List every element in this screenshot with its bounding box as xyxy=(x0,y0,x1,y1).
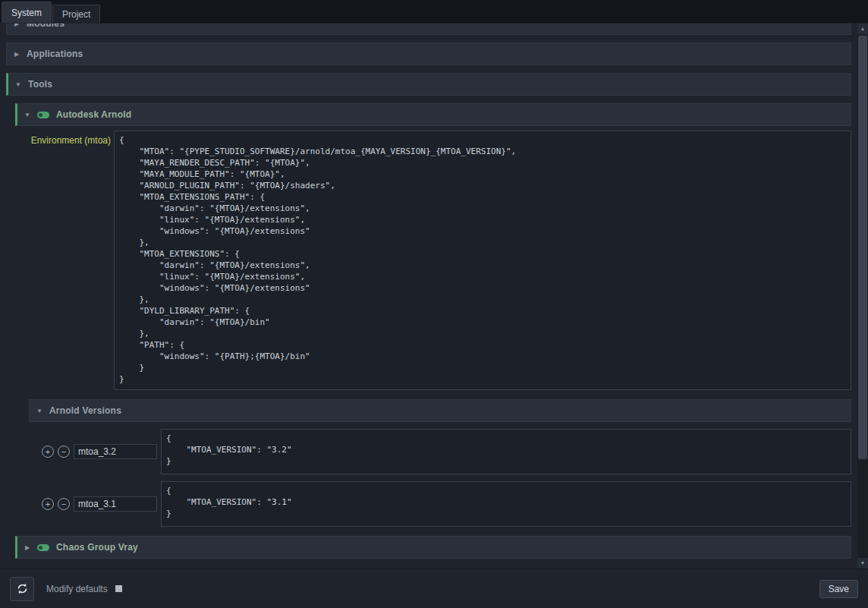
collapsed-arrow-icon: ▶ xyxy=(17,544,37,551)
scroll-up-button[interactable]: ▲ xyxy=(857,24,868,34)
add-version-button[interactable]: + xyxy=(42,446,54,458)
tab-system-label: System xyxy=(11,8,42,18)
section-arnold-versions: ▼ Arnold Versions + − { "MTOA_VERSION": … xyxy=(29,399,851,527)
refresh-button[interactable] xyxy=(10,577,34,601)
section-title-applications: Applications xyxy=(27,49,83,59)
enabled-toggle-icon[interactable] xyxy=(37,544,49,551)
collapsed-arrow-icon: ▶ xyxy=(7,24,27,27)
version-key-input[interactable] xyxy=(74,444,157,459)
tab-system[interactable]: System xyxy=(2,2,52,23)
tab-project[interactable]: Project xyxy=(52,5,100,23)
version-row: + − { "MTOA_VERSION": "3.2" } xyxy=(42,429,851,474)
section-title-modules: Modules xyxy=(27,24,64,29)
version-json-editor[interactable]: { "MTOA_VERSION": "3.1" } xyxy=(161,481,851,527)
enabled-toggle-icon[interactable] xyxy=(37,112,49,118)
scrollbar-thumb[interactable] xyxy=(858,36,867,459)
remove-version-button[interactable]: − xyxy=(58,446,70,458)
section-header-tools[interactable]: ▼ Tools xyxy=(6,73,851,96)
section-header-chaos-group-vray[interactable]: ▶ Chaos Group Vray xyxy=(15,536,851,559)
collapsed-arrow-icon: ▶ xyxy=(7,51,27,58)
settings-window: System Project ▶ Modules ▶ Applications xyxy=(0,0,868,608)
tab-group: System Project xyxy=(2,0,101,23)
section-title-chaos-group-vray: Chaos Group Vray xyxy=(56,542,138,553)
scrollbar-track[interactable] xyxy=(857,34,868,558)
vertical-scrollbar[interactable]: ▲ ▼ xyxy=(857,24,868,569)
environment-field-row: Environment (mtoa) { "MTOA": "{PYPE_STUD… xyxy=(15,131,851,390)
section-title-tools: Tools xyxy=(28,79,52,90)
expanded-arrow-icon: ▼ xyxy=(8,81,28,88)
environment-json-editor[interactable]: { "MTOA": "{PYPE_STUDIO_SOFTWARE}/arnold… xyxy=(114,131,851,390)
tools-section-body: ▼ Autodesk Arnold Environment (mtoa) { "… xyxy=(6,103,851,559)
section-applications: ▶ Applications xyxy=(6,43,851,65)
expanded-arrow-icon: ▼ xyxy=(30,408,49,414)
section-header-modules[interactable]: ▶ Modules xyxy=(6,24,851,35)
expanded-arrow-icon: ▼ xyxy=(17,112,37,118)
version-row: + − { "MTOA_VERSION": "3.1" } xyxy=(42,481,851,527)
version-json-editor[interactable]: { "MTOA_VERSION": "3.2" } xyxy=(161,429,851,474)
section-chaos-group-vray: ▶ Chaos Group Vray xyxy=(15,536,851,559)
settings-scroll-area: ▶ Modules ▶ Applications ▼ Tools xyxy=(0,24,857,569)
remove-version-button[interactable]: − xyxy=(58,498,70,510)
settings-content: ▶ Modules ▶ Applications ▼ Tools xyxy=(0,24,857,559)
footer-bar: Modify defaults Save xyxy=(0,569,868,608)
save-button[interactable]: Save xyxy=(819,580,858,598)
tab-project-label: Project xyxy=(62,9,90,20)
modify-defaults-label: Modify defaults xyxy=(46,584,108,594)
section-title-arnold-versions: Arnold Versions xyxy=(49,405,121,416)
environment-label: Environment (mtoa) xyxy=(15,131,114,390)
tab-bar: System Project xyxy=(0,0,868,23)
section-modules: ▶ Modules xyxy=(6,24,851,35)
version-key-input[interactable] xyxy=(74,496,157,512)
section-header-autodesk-arnold[interactable]: ▼ Autodesk Arnold xyxy=(15,103,851,126)
section-autodesk-arnold: ▼ Autodesk Arnold Environment (mtoa) { "… xyxy=(15,103,851,527)
section-title-autodesk-arnold: Autodesk Arnold xyxy=(56,109,131,120)
section-header-applications[interactable]: ▶ Applications xyxy=(6,43,851,65)
scroll-down-button[interactable]: ▼ xyxy=(857,558,868,569)
section-tools: ▼ Tools ▼ Autodesk Arnold Environment (m… xyxy=(6,73,851,559)
section-header-arnold-versions[interactable]: ▼ Arnold Versions xyxy=(29,399,851,422)
add-version-button[interactable]: + xyxy=(42,498,54,510)
modify-defaults-checkbox[interactable] xyxy=(115,585,122,592)
refresh-icon xyxy=(16,582,29,595)
